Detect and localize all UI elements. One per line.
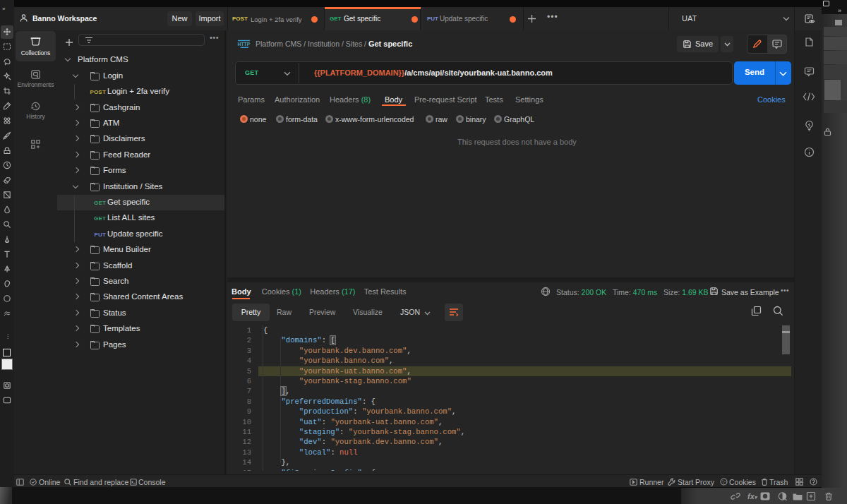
- svg-text:HTTP: HTTP: [238, 42, 251, 47]
